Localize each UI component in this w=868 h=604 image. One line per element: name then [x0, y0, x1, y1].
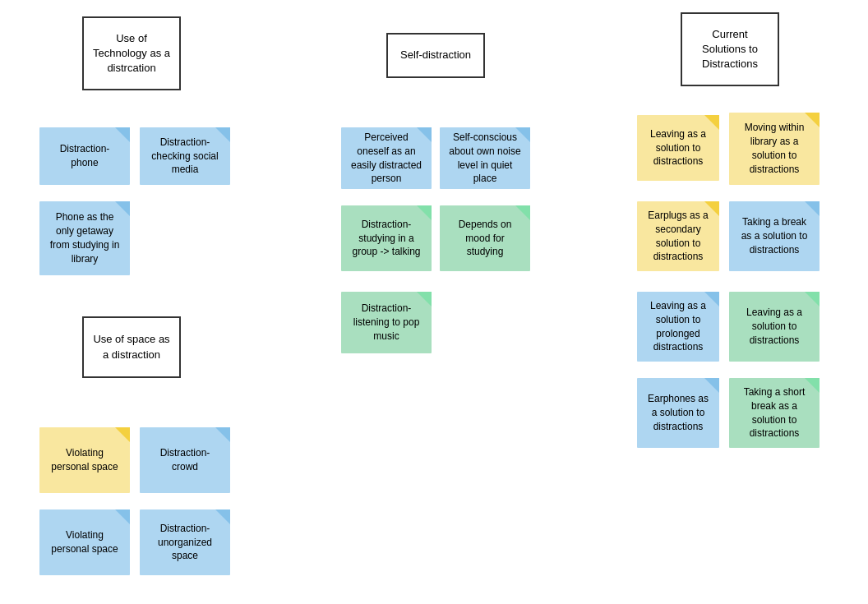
card-c18: Leaving as a solution to distractions [729, 292, 820, 362]
card-c1: Distraction- phone [39, 127, 130, 185]
card-c14: Moving within library as a solution to d… [729, 113, 820, 185]
card-c17: Leaving as a solution to prolonged distr… [637, 292, 719, 362]
card-c12: Distraction- unorganized space [140, 509, 230, 575]
card-c20: Taking a short break as a solution to di… [729, 378, 820, 448]
card-c15: Earplugs as a secondary solution to dist… [637, 201, 719, 271]
card-c13: Leaving as a solution to distractions [637, 115, 719, 181]
card-c8: Distraction- listening to pop music [341, 292, 432, 353]
header-box-h3: Current Solutions to Distractions [681, 12, 779, 86]
card-c10: Distraction- crowd [140, 427, 230, 493]
header-box-h-space: Use of space as a distraction [82, 316, 181, 378]
header-box-h1: Use of Technology as a distrcation [82, 16, 181, 90]
canvas: Use of Technology as a distrcationSelf-d… [0, 0, 868, 604]
header-box-h2: Self-distraction [386, 33, 485, 78]
card-c5: Self-conscious about own noise level in … [440, 127, 530, 189]
card-c6: Distraction- studying in a group -> talk… [341, 205, 432, 271]
card-c19: Earphones as a solution to distractions [637, 378, 719, 448]
card-c7: Depends on mood for studying [440, 205, 530, 271]
card-c2: Distraction- checking social media [140, 127, 230, 185]
card-c11: Violating personal space [39, 509, 130, 575]
card-c16: Taking a break as a solution to distract… [729, 201, 820, 271]
card-c3: Phone as the only getaway from studying … [39, 201, 130, 275]
card-c4: Perceived oneself as an easily distracte… [341, 127, 432, 189]
card-c9: Violating personal space [39, 427, 130, 493]
